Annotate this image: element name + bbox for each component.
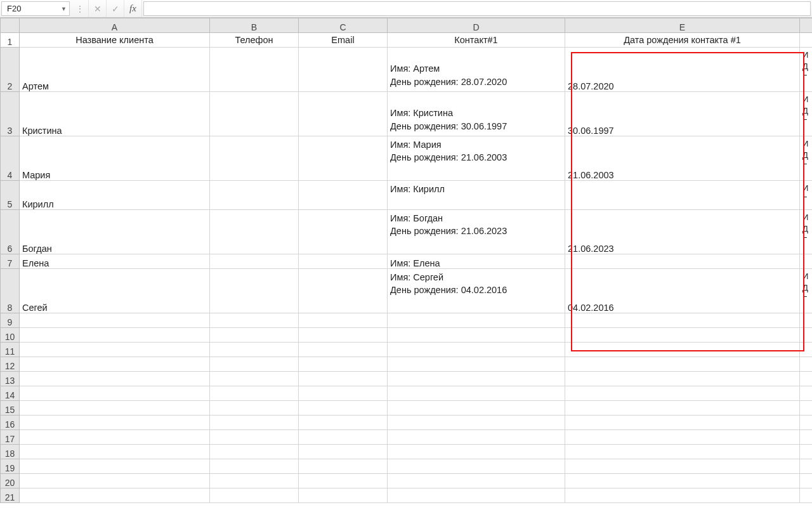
cell[interactable]: Артем — [20, 48, 210, 92]
cell[interactable] — [388, 343, 565, 357]
cell[interactable] — [210, 430, 299, 445]
row-header[interactable]: 9 — [1, 313, 20, 328]
cell[interactable] — [800, 357, 813, 372]
row-header[interactable]: 18 — [1, 445, 20, 459]
cell[interactable] — [20, 488, 210, 503]
cell[interactable] — [299, 343, 388, 357]
cell[interactable] — [20, 328, 210, 343]
cell[interactable]: Имя: Кирилл — [388, 181, 565, 210]
cell[interactable] — [210, 328, 299, 343]
header-cell[interactable]: Дата рождения контакта #1 — [565, 33, 800, 48]
cell[interactable]: ИГ — [800, 181, 813, 210]
cell[interactable] — [565, 488, 800, 503]
cell[interactable] — [210, 92, 299, 136]
cell[interactable]: ИДГ — [800, 136, 813, 181]
cell[interactable]: 30.06.1997 — [565, 92, 800, 136]
cell[interactable] — [20, 386, 210, 401]
name-box[interactable]: F20 ▼ — [1, 1, 70, 16]
row-header[interactable]: 3 — [1, 92, 20, 136]
cell[interactable]: 04.02.2016 — [565, 269, 800, 313]
cell[interactable]: 21.06.2023 — [565, 210, 800, 254]
cell[interactable] — [299, 269, 388, 313]
cell[interactable]: 21.06.2003 — [565, 136, 800, 181]
row-header[interactable]: 8 — [1, 269, 20, 313]
cell[interactable]: Кристина — [20, 92, 210, 136]
cell[interactable] — [20, 445, 210, 459]
cell[interactable] — [299, 210, 388, 254]
cell[interactable] — [299, 254, 388, 269]
cell[interactable] — [20, 459, 210, 474]
cell[interactable] — [565, 343, 800, 357]
cell[interactable] — [565, 474, 800, 488]
cell[interactable] — [388, 430, 565, 445]
cell[interactable] — [299, 430, 388, 445]
cell[interactable] — [565, 445, 800, 459]
spreadsheet-grid[interactable]: A B C D E 1 Название клиента Телефон Ema… — [0, 18, 812, 524]
cell[interactable] — [800, 343, 813, 357]
cell[interactable] — [210, 416, 299, 430]
cell[interactable] — [565, 357, 800, 372]
cell[interactable] — [20, 372, 210, 386]
cell[interactable] — [388, 459, 565, 474]
cell[interactable] — [299, 48, 388, 92]
cell[interactable] — [388, 328, 565, 343]
cell[interactable] — [20, 416, 210, 430]
cell[interactable] — [565, 254, 800, 269]
cell[interactable] — [210, 357, 299, 372]
cell[interactable] — [20, 430, 210, 445]
cell[interactable] — [299, 459, 388, 474]
cell[interactable] — [565, 372, 800, 386]
cell[interactable] — [388, 445, 565, 459]
row-header[interactable]: 12 — [1, 357, 20, 372]
row-header[interactable]: 19 — [1, 459, 20, 474]
cell[interactable] — [210, 445, 299, 459]
cell[interactable] — [800, 474, 813, 488]
cell[interactable]: ИДГ — [800, 210, 813, 254]
cell[interactable] — [299, 474, 388, 488]
cell[interactable] — [388, 401, 565, 416]
cell[interactable] — [565, 181, 800, 210]
cell[interactable] — [565, 313, 800, 328]
cell[interactable] — [299, 416, 388, 430]
row-header[interactable]: 14 — [1, 386, 20, 401]
row-header[interactable]: 20 — [1, 474, 20, 488]
chevron-down-icon[interactable]: ▼ — [61, 6, 67, 12]
row-header[interactable]: 21 — [1, 488, 20, 503]
cell[interactable]: ИДГ — [800, 269, 813, 313]
col-header-c[interactable]: C — [299, 18, 388, 33]
row-header[interactable]: 4 — [1, 136, 20, 181]
row-header[interactable]: 16 — [1, 416, 20, 430]
cell[interactable] — [299, 92, 388, 136]
cell[interactable] — [20, 357, 210, 372]
cell[interactable]: Елена — [20, 254, 210, 269]
header-cell[interactable]: Контакт#1 — [388, 33, 565, 48]
cell[interactable]: Имя: Богдан День рождения: 21.06.2023 — [388, 210, 565, 254]
cell[interactable] — [210, 313, 299, 328]
header-cell[interactable]: Email — [299, 33, 388, 48]
cell[interactable] — [299, 401, 388, 416]
cell[interactable] — [210, 136, 299, 181]
cell[interactable] — [800, 445, 813, 459]
cell[interactable]: Кирилл — [20, 181, 210, 210]
col-header-d[interactable]: D — [388, 18, 565, 33]
cell[interactable] — [210, 401, 299, 416]
cell[interactable] — [800, 416, 813, 430]
cell[interactable] — [565, 401, 800, 416]
col-header-f[interactable] — [800, 18, 813, 33]
row-header[interactable]: 2 — [1, 48, 20, 92]
cell[interactable] — [299, 488, 388, 503]
cell[interactable] — [20, 474, 210, 488]
col-header-e[interactable]: E — [565, 18, 800, 33]
cell[interactable] — [800, 386, 813, 401]
confirm-button[interactable]: ✓ — [107, 0, 124, 17]
row-header[interactable]: 17 — [1, 430, 20, 445]
cell[interactable] — [20, 343, 210, 357]
row-header[interactable]: 6 — [1, 210, 20, 254]
cell[interactable]: Сегей — [20, 269, 210, 313]
cell[interactable]: Мария — [20, 136, 210, 181]
cell[interactable] — [800, 401, 813, 416]
select-all-corner[interactable] — [1, 18, 20, 33]
cell[interactable] — [388, 416, 565, 430]
cell[interactable] — [800, 33, 813, 48]
cell[interactable]: Имя: Елена — [388, 254, 565, 269]
